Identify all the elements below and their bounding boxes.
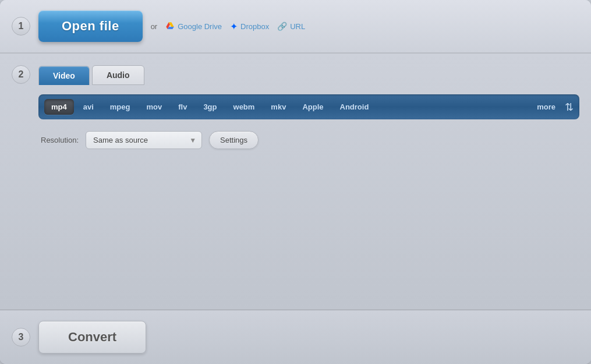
format-more[interactable]: more ⇅ xyxy=(530,99,574,115)
open-file-button[interactable]: Open file xyxy=(38,10,143,42)
format-flv[interactable]: flv xyxy=(171,99,194,115)
section-2: 2 Video Audio mp4 avi mpeg mov flv 3gp w… xyxy=(0,54,591,310)
format-tabs: Video Audio xyxy=(38,65,579,85)
format-more-label: more xyxy=(530,99,562,115)
format-webm[interactable]: webm xyxy=(227,99,262,115)
section-3: 3 Convert xyxy=(0,310,591,364)
url-label: URL xyxy=(290,22,305,31)
or-text: or xyxy=(151,22,158,31)
cloud-links: Google Drive ✦ Dropbox 🔗 URL xyxy=(165,21,305,32)
resolution-select[interactable]: Same as source 1080p 720p 480p 360p 240p xyxy=(86,131,202,149)
step-2-circle: 2 xyxy=(12,65,30,84)
tab-video[interactable]: Video xyxy=(38,66,90,85)
google-drive-icon xyxy=(165,22,175,31)
settings-button[interactable]: Settings xyxy=(209,131,259,149)
resolution-select-wrapper: Same as source 1080p 720p 480p 360p 240p… xyxy=(86,131,202,149)
step-3-circle: 3 xyxy=(12,328,30,347)
section-2-content: Video Audio mp4 avi mpeg mov flv 3gp web… xyxy=(38,65,579,149)
convert-button[interactable]: Convert xyxy=(38,321,146,354)
dropbox-link[interactable]: ✦ Dropbox xyxy=(230,21,269,32)
resolution-row: Resolution: Same as source 1080p 720p 48… xyxy=(38,131,579,149)
format-avi[interactable]: avi xyxy=(76,99,101,115)
resolution-label: Resolution: xyxy=(41,136,79,144)
dropbox-icon: ✦ xyxy=(230,21,238,32)
format-mpeg[interactable]: mpeg xyxy=(103,99,137,115)
format-android[interactable]: Android xyxy=(333,99,376,115)
section-1: 1 Open file or Google Drive ✦ Dropbox 🔗 … xyxy=(0,0,591,54)
format-mov[interactable]: mov xyxy=(139,99,169,115)
tab-audio[interactable]: Audio xyxy=(92,65,144,85)
format-apple[interactable]: Apple xyxy=(295,99,330,115)
format-3gp[interactable]: 3gp xyxy=(196,99,224,115)
url-link[interactable]: 🔗 URL xyxy=(277,22,305,31)
format-bar: mp4 avi mpeg mov flv 3gp webm mkv Apple … xyxy=(38,94,579,119)
more-arrows-icon: ⇅ xyxy=(565,102,574,112)
google-drive-link[interactable]: Google Drive xyxy=(165,22,222,31)
google-drive-label: Google Drive xyxy=(178,22,222,31)
dropbox-label: Dropbox xyxy=(240,22,269,31)
link-icon: 🔗 xyxy=(277,22,287,31)
app-container: 1 Open file or Google Drive ✦ Dropbox 🔗 … xyxy=(0,0,591,364)
step-1-circle: 1 xyxy=(12,17,30,36)
format-mkv[interactable]: mkv xyxy=(264,99,293,115)
format-mp4[interactable]: mp4 xyxy=(44,99,74,115)
